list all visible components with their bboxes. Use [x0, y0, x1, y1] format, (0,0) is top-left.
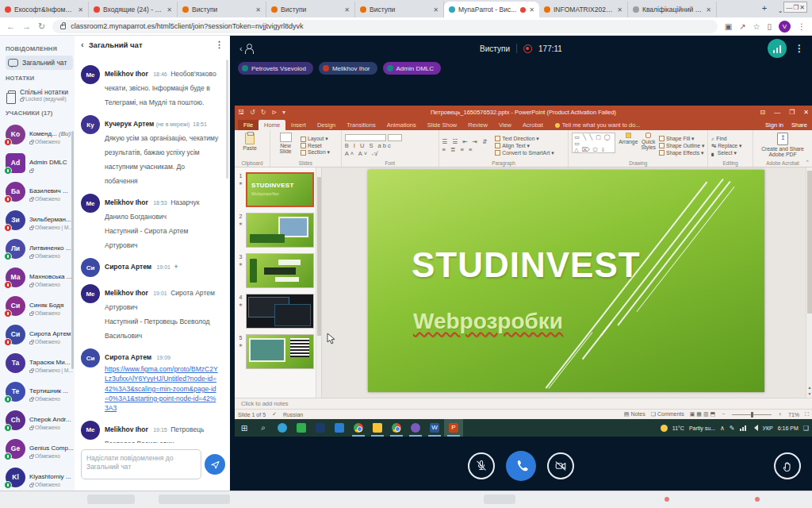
ribbon-display-options-icon[interactable]: ⊡: [760, 109, 765, 116]
tell-me-box[interactable]: Tell me what you want to do...: [555, 121, 641, 130]
weather-text[interactable]: Partly su...: [689, 425, 715, 431]
thumbnail-scrollbar[interactable]: [316, 167, 321, 398]
notes-pane[interactable]: Click to add notes: [235, 398, 812, 409]
bookmark-star-icon[interactable]: ☆: [753, 22, 760, 31]
current-slide[interactable]: STUDINVEST Webрозробки: [368, 170, 764, 392]
sidebar-item-shared-notes[interactable]: Спільні нотатки Locked (ведучий): [6, 85, 73, 105]
talker-badge[interactable]: Petrovets Vsevolod: [238, 62, 313, 75]
spellcheck-icon[interactable]: ✓: [272, 411, 277, 418]
slide-thumbnail[interactable]: STUDINVEST Webрозробки: [246, 172, 314, 207]
browser-tab[interactable]: Виступи ✕: [178, 2, 266, 17]
create-pdf-button[interactable]: Create and Share Adobe PDF: [756, 133, 809, 159]
slide-thumbnail[interactable]: [246, 334, 314, 369]
recording-indicator-icon[interactable]: [523, 44, 532, 53]
redo-icon[interactable]: ↻: [261, 109, 266, 116]
participant-row[interactable]: Kl Klyashtorniy ... Обмежено: [6, 463, 73, 491]
paste-button[interactable]: Paste: [238, 133, 262, 159]
participant-row[interactable]: Ko Коменд... (Ви) Обмежено: [6, 120, 73, 148]
taskbar-app-icon[interactable]: ⌕: [254, 419, 273, 437]
tab-close-icon[interactable]: ✕: [617, 6, 622, 13]
align-buttons[interactable]: ≡ ≣ ≡ ≡: [442, 146, 489, 153]
font-size-box[interactable]: [388, 134, 402, 141]
weather-temp[interactable]: 11°C: [672, 425, 684, 431]
options-menu-icon[interactable]: ⋮: [795, 43, 804, 54]
collapse-ribbon-icon[interactable]: ⌃: [805, 160, 810, 166]
zoom-in-icon[interactable]: ＋: [777, 410, 783, 418]
tray-chevron-icon[interactable]: ∧: [720, 425, 725, 432]
ribbon-tab-design[interactable]: Design: [312, 120, 341, 130]
tab-close-icon[interactable]: ✕: [529, 6, 534, 13]
share-icon[interactable]: ↗: [739, 22, 745, 31]
participant-row[interactable]: Те Тертишник ... Обмежено: [6, 377, 73, 406]
notes-toggle[interactable]: ▤ Notes: [624, 411, 645, 418]
font-name-box[interactable]: [345, 134, 386, 141]
browser-tab[interactable]: Виступи ✕: [355, 2, 444, 17]
ribbon-tab-home[interactable]: Home: [259, 120, 285, 130]
participant-row[interactable]: Ли Литвиненко ... Обмежено: [6, 234, 73, 263]
participant-row[interactable]: Си Сирота Артем Обмежено: [6, 320, 73, 348]
zoom-out-icon[interactable]: －: [721, 410, 726, 418]
quick-access-toolbar[interactable]: 🖫 ↺ ↻ ⊳ ▾: [238, 109, 285, 116]
ribbon-tab-view[interactable]: View: [493, 120, 517, 130]
ppt-minimize-button[interactable]: —: [774, 109, 780, 116]
ribbon-tab-slideshow[interactable]: Slide Show: [422, 120, 463, 130]
ribbon-tab-insert[interactable]: Insert: [285, 120, 312, 130]
participant-row[interactable]: Зи Зильберман... Обмежено | M...: [6, 206, 73, 234]
notification-icon[interactable]: ❏: [803, 425, 809, 432]
talker-badge[interactable]: Melikhov Ihor: [319, 62, 377, 75]
text-direction-button[interactable]: Text Direction ▾: [495, 136, 553, 142]
participant-row[interactable]: Си Синяк Бодя Обмежено: [6, 291, 73, 320]
chat-message-list[interactable]: електронну пошту? Чекати закінчення сьог…: [75, 56, 224, 443]
ribbon-tab-file[interactable]: File: [238, 120, 259, 130]
browser-tab[interactable]: Входящие (24) - kom... ✕: [89, 2, 178, 17]
participant-row[interactable]: Ба Базилевич ... Обмежено: [6, 177, 73, 206]
ribbon-tab-transitions[interactable]: Transitions: [341, 120, 381, 130]
font-size-buttons[interactable]: A˄ A˅ 𝒜: [345, 150, 402, 158]
select-button[interactable]: ▖Select ▾: [711, 150, 741, 156]
ppt-restore-button[interactable]: ❐: [789, 109, 795, 116]
shape-outline-button[interactable]: Shape Outline ▾: [659, 143, 704, 149]
taskbar-app-icon[interactable]: [292, 419, 311, 437]
raise-hand-button[interactable]: [774, 452, 801, 479]
send-message-button[interactable]: [205, 454, 225, 475]
tab-capture-icon[interactable]: ▣: [725, 22, 732, 31]
tab-close-icon[interactable]: ✕: [344, 6, 350, 13]
slide-scrollbar[interactable]: ▲▼: [806, 167, 812, 398]
comments-toggle[interactable]: ❏ Comments: [651, 411, 684, 418]
list-indent-buttons[interactable]: ☰ ☱ ⇤ ⇥ ⇵: [442, 138, 489, 145]
sign-in-link[interactable]: Sign in: [765, 121, 783, 129]
window-restore-button[interactable]: ❐: [793, 4, 799, 11]
sidebar-item-public-chat[interactable]: Загальний чат: [6, 56, 73, 70]
taskbar-app-icon[interactable]: [330, 419, 349, 437]
shape-fill-button[interactable]: Shape Fill ▾: [659, 136, 704, 142]
side-panel-icon[interactable]: ▯: [767, 22, 772, 31]
tab-close-icon[interactable]: ✕: [255, 6, 261, 13]
taskbar-app-icon[interactable]: [273, 419, 292, 437]
quick-styles-button[interactable]: Quick Styles: [641, 133, 656, 159]
forward-icon[interactable]: →: [22, 21, 31, 31]
chat-menu-icon[interactable]: ⋮: [215, 40, 224, 50]
participant-row[interactable]: Ch Chepok Andr... Обмежено: [6, 406, 73, 434]
network-icon[interactable]: [740, 425, 746, 431]
participant-row[interactable]: Ма Махновська ... Обмежено: [6, 263, 73, 291]
zoom-slider[interactable]: [732, 414, 772, 415]
taskbar-app-icon[interactable]: P: [444, 419, 463, 437]
volume-icon[interactable]: [751, 425, 758, 431]
chat-back-icon[interactable]: ‹: [81, 40, 84, 49]
window-close-button[interactable]: ✕: [799, 4, 805, 11]
tab-close-icon[interactable]: ✕: [706, 6, 711, 13]
tab-close-icon[interactable]: ✕: [78, 6, 83, 13]
slide-thumbnail[interactable]: [246, 294, 314, 329]
taskbar-app-icon[interactable]: [311, 419, 330, 437]
leave-audio-button[interactable]: [506, 451, 536, 481]
tab-close-icon[interactable]: ✕: [433, 6, 439, 13]
convert-smartart-button[interactable]: Convert to SmartArt ▾: [495, 150, 553, 156]
pen-icon[interactable]: ✎: [730, 425, 735, 432]
undo-icon[interactable]: ↺: [250, 109, 255, 116]
shape-gallery[interactable]: ▭ ╲ ╲ ▢ ◯ ▭ △ ⌦ ⬠ ⇩ ◠ ▾: [572, 133, 615, 153]
new-slide-button[interactable]: New Slide: [274, 133, 297, 159]
browser-tab[interactable]: MynaParrot - Вис... ✕: [444, 2, 539, 17]
participant-row[interactable]: Та Тарасюк Ми... Обмежено | M...: [6, 348, 73, 377]
section-button[interactable]: Section ▾: [301, 149, 330, 156]
chat-scrollbar[interactable]: [226, 60, 228, 179]
